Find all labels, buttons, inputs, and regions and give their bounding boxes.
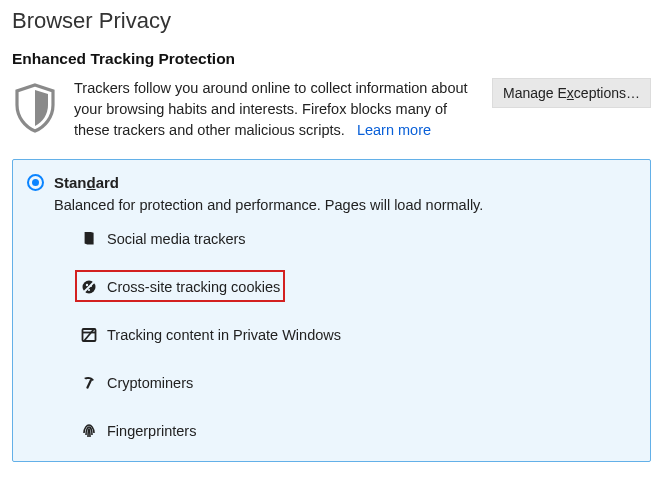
section-title: Enhanced Tracking Protection xyxy=(12,50,651,68)
svg-rect-8 xyxy=(86,379,92,389)
page-title: Browser Privacy xyxy=(12,8,651,34)
item-cryptominers: Cryptominers xyxy=(81,371,636,395)
svg-line-7 xyxy=(84,329,94,341)
standard-radio-label: Standard xyxy=(54,174,119,191)
item-label: Fingerprinters xyxy=(107,423,196,439)
svg-point-1 xyxy=(86,284,88,286)
thumbs-icon xyxy=(81,231,97,247)
standard-panel: Standard Balanced for protection and per… xyxy=(12,159,651,462)
protection-items: Social media trackers Cross-site trackin… xyxy=(81,227,636,443)
window-icon xyxy=(81,327,97,343)
radio-selected-icon xyxy=(27,174,44,191)
svg-point-3 xyxy=(88,289,90,291)
standard-radio-row[interactable]: Standard xyxy=(27,174,636,191)
intro-text: Trackers follow you around online to col… xyxy=(74,78,476,141)
pickaxe-icon xyxy=(81,375,97,391)
item-social-media-trackers: Social media trackers xyxy=(81,227,636,251)
manage-prefix: Manage E xyxy=(503,85,567,101)
intro-row: Trackers follow you around online to col… xyxy=(12,78,651,141)
manage-exceptions-button[interactable]: Manage Exceptions… xyxy=(492,78,651,108)
item-cross-site-cookies: Cross-site tracking cookies xyxy=(81,275,636,299)
item-tracking-content-private: Tracking content in Private Windows xyxy=(81,323,636,347)
standard-description: Balanced for protection and performance.… xyxy=(54,197,636,213)
manage-key: x xyxy=(567,85,574,101)
item-label: Social media trackers xyxy=(107,231,246,247)
learn-more-link[interactable]: Learn more xyxy=(357,122,431,138)
shield-icon xyxy=(12,78,58,137)
cookie-icon xyxy=(81,279,97,295)
manage-suffix: ceptions… xyxy=(574,85,640,101)
item-label: Cross-site tracking cookies xyxy=(107,279,280,295)
fingerprint-icon xyxy=(81,423,97,439)
item-label: Cryptominers xyxy=(107,375,193,391)
item-label: Tracking content in Private Windows xyxy=(107,327,341,343)
item-fingerprinters: Fingerprinters xyxy=(81,419,636,443)
